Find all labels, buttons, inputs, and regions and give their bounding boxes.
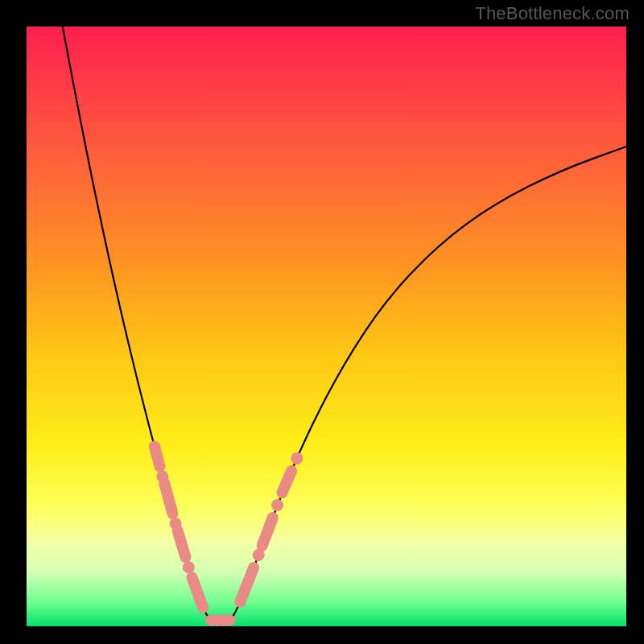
watermark-text: TheBottleneck.com	[475, 3, 630, 24]
highlight-segment	[240, 568, 254, 602]
v-curve	[63, 27, 626, 625]
highlight-dot	[183, 561, 195, 573]
plot-area	[27, 27, 626, 626]
highlight-segment	[178, 530, 186, 557]
highlight-dot	[271, 499, 283, 511]
highlight-segment	[262, 518, 273, 546]
highlight-dots	[155, 447, 303, 621]
chart-frame: TheBottleneck.com	[0, 0, 644, 644]
highlight-segment	[155, 447, 160, 467]
highlight-segment	[164, 483, 172, 514]
highlight-segment	[283, 471, 292, 493]
chart-svg	[27, 27, 626, 626]
highlight-segment	[192, 577, 204, 608]
highlight-dot	[291, 452, 303, 464]
